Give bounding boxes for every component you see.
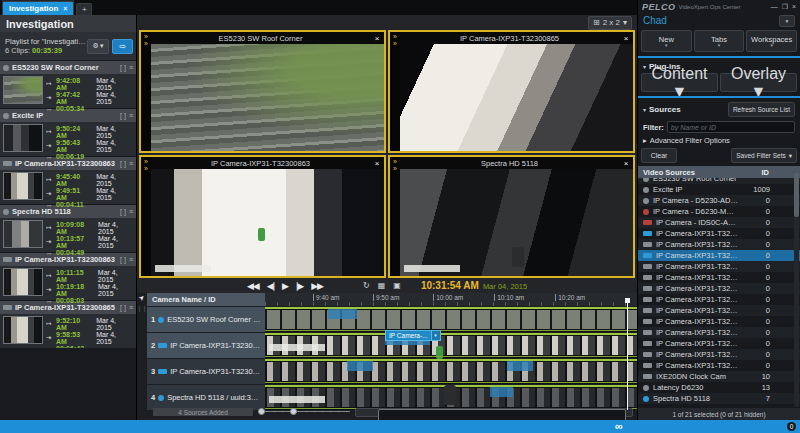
export-playlist-button[interactable]: ⇨ bbox=[112, 39, 133, 54]
source-row[interactable]: IP Camera-IXP31-T32300884 0 bbox=[638, 316, 800, 327]
source-row[interactable]: IP Camera - IDS0C-ABAK498 0 bbox=[638, 217, 800, 228]
clip-expand-icon[interactable]: [ ] bbox=[120, 160, 126, 167]
restore-icon[interactable]: ❐ bbox=[782, 3, 788, 11]
clip-card[interactable]: IP Camera-IXP31-T32300863 [ ] ≡ ↦ 9:45:4… bbox=[0, 157, 136, 204]
slider-handle[interactable] bbox=[258, 408, 265, 415]
track-recording-area[interactable] bbox=[265, 333, 637, 358]
tab-close-icon[interactable]: × bbox=[63, 5, 67, 12]
step-forward-button[interactable]: |▶ bbox=[296, 281, 303, 291]
export-clip-icon[interactable]: ▣ bbox=[393, 281, 401, 290]
close-icon[interactable]: × bbox=[370, 159, 384, 168]
source-row[interactable]: IXE20DN Clock Cam 10 bbox=[638, 371, 800, 382]
clip-menu-icon[interactable]: ≡ bbox=[129, 208, 133, 215]
scrollbar-thumb[interactable] bbox=[794, 172, 799, 217]
source-row[interactable]: IP Camera-IXP31-T32300932 0 bbox=[638, 338, 800, 349]
sources-scrollbar[interactable] bbox=[794, 172, 799, 407]
clip-card[interactable]: ES5230 SW Roof Corner [ ] ≡ ↦ 9:42:08 AM… bbox=[0, 61, 136, 108]
video-frame[interactable] bbox=[400, 169, 633, 276]
plugin-button[interactable]: Overlay ▼ bbox=[720, 73, 797, 92]
close-icon[interactable]: × bbox=[792, 3, 796, 11]
play-button[interactable]: ▶ bbox=[282, 281, 288, 291]
source-row[interactable]: IP Camera-IXP31-T32300877 0 bbox=[638, 283, 800, 294]
timeline-track[interactable]: 3 IP Camera-IXP31-T323008... bbox=[147, 359, 637, 384]
close-icon[interactable]: × bbox=[619, 159, 633, 168]
filter-input[interactable] bbox=[667, 121, 795, 133]
clip-card[interactable]: Spectra HD 5118 [ ] ≡ ↦ 10:09:08 AM Mar … bbox=[0, 205, 136, 252]
source-row[interactable]: IP Camera-IXP31-T32300863 0 bbox=[638, 228, 800, 239]
clip-card[interactable]: IP Camera-IXP31-T32300863 [ ] ≡ ↦ 10:11:… bbox=[0, 253, 136, 300]
source-row[interactable]: IP Camera-IXP31-T32300866 0 bbox=[638, 261, 800, 272]
source-row[interactable]: IP Camera-IXP31-T32300865 0 bbox=[638, 250, 800, 261]
source-row[interactable]: Excite IP 1009 bbox=[638, 184, 800, 195]
source-row[interactable]: IP Camera-IXP31-T32300885 0 bbox=[638, 327, 800, 338]
pointer-tool-icon[interactable]: ➤ bbox=[137, 293, 147, 303]
playlist-settings-button[interactable]: ⚙▾ bbox=[87, 39, 109, 54]
source-row[interactable]: IP Camera-IXP31-T32300878 0 bbox=[638, 294, 800, 305]
clip-menu-icon[interactable]: ≡ bbox=[129, 160, 133, 167]
workspace-tab[interactable]: Investigation × bbox=[2, 1, 74, 15]
step-back-button[interactable]: ◀| bbox=[267, 281, 274, 291]
video-cell[interactable]: » » IP Camera-IXP31-T32300863 × bbox=[139, 155, 386, 278]
fast-forward-button[interactable]: ▶▶ bbox=[311, 281, 323, 291]
clip-menu-icon[interactable]: ≡ bbox=[129, 112, 133, 119]
clip-expand-icon[interactable]: [ ] bbox=[120, 208, 126, 215]
source-row[interactable]: IP Camera-IXP31-T32300934 0 bbox=[638, 360, 800, 371]
source-row[interactable]: IP Camera - D5230-ADLV503 0 bbox=[638, 195, 800, 206]
timeline-scrollbar[interactable] bbox=[355, 408, 633, 417]
minimize-icon[interactable]: — bbox=[771, 3, 778, 11]
time-ruler[interactable]: 9:40 am9:50 am10:00 am10:10 am10:20 am bbox=[265, 293, 637, 306]
rewind-button[interactable]: ◀◀ bbox=[247, 281, 259, 291]
source-row[interactable]: Latency D6230 13 bbox=[638, 382, 800, 393]
clip-menu-icon[interactable]: ≡ bbox=[129, 256, 133, 263]
source-row[interactable]: IP Camera - D6230-MPB1-026 0 bbox=[638, 206, 800, 217]
video-frame[interactable] bbox=[400, 44, 633, 151]
source-row[interactable]: IP Camera-IXP31-T32300869 0 bbox=[638, 272, 800, 283]
clip-menu-icon[interactable]: ≡ bbox=[129, 304, 133, 311]
timeline-track[interactable]: 1 ES5230 SW Roof Corner / u... bbox=[147, 307, 637, 332]
collapse-icon[interactable]: ▾ bbox=[643, 63, 646, 70]
advanced-filter-options[interactable]: ▸ Advanced Filter Options bbox=[638, 135, 800, 147]
playhead[interactable] bbox=[627, 298, 628, 410]
add-tab-button[interactable]: + bbox=[76, 3, 92, 15]
clip-card[interactable]: IP Camera-IXP31-T32300865 [ ] ≡ ↦ 9:52:1… bbox=[0, 301, 136, 348]
toolbar-menu-button[interactable]: Workspaces ▼ bbox=[746, 30, 797, 52]
close-icon[interactable]: × bbox=[370, 34, 384, 43]
track-recording-area[interactable] bbox=[265, 307, 637, 332]
video-cell[interactable]: » » ES5230 SW Roof Corner × bbox=[139, 30, 386, 153]
toolbar-menu-button[interactable]: New ▼ bbox=[641, 30, 692, 52]
notification-badge[interactable]: 0 bbox=[787, 422, 796, 431]
clip-segment[interactable] bbox=[507, 361, 533, 371]
refresh-source-list-button[interactable]: Refresh Source List bbox=[728, 102, 795, 117]
clip-expand-icon[interactable]: [ ] bbox=[120, 256, 126, 263]
calendar-icon[interactable]: ▦ bbox=[378, 281, 386, 290]
clear-filter-button[interactable]: Clear bbox=[641, 148, 677, 163]
clip-expand-icon[interactable]: [ ] bbox=[120, 304, 126, 311]
video-cell[interactable]: » » Spectra HD 5118 × bbox=[388, 155, 635, 278]
clip-segment[interactable] bbox=[347, 361, 373, 371]
source-row[interactable]: IP Camera-IXP31-T32300864 0 bbox=[638, 239, 800, 250]
clip-segment[interactable] bbox=[328, 309, 357, 319]
source-row[interactable]: Spectra HD 5118 7 bbox=[638, 393, 800, 404]
user-menu-button[interactable]: ▼ bbox=[779, 15, 795, 27]
video-cell[interactable]: » » IP Camera-IXP31-T32300865 × bbox=[388, 30, 635, 153]
source-row[interactable]: IP Camera-IXP31-T32300882 0 bbox=[638, 305, 800, 316]
slider-handle[interactable] bbox=[290, 408, 297, 415]
saved-filter-sets-button[interactable]: Saved Filter Sets ▾ bbox=[731, 148, 797, 163]
sync-time-icon[interactable]: ↻ bbox=[363, 281, 370, 290]
sources-list[interactable]: ES5230 SW Roof Corner Excite IP 1009 IP … bbox=[638, 178, 800, 408]
timeline-zoom-slider[interactable] bbox=[258, 408, 350, 416]
clip-card[interactable]: Excite IP [ ] ≡ ↦ 9:50:24 AM Mar 4, 2015… bbox=[0, 109, 136, 156]
track-source-dropdown[interactable]: IP Camera-... ▾ bbox=[385, 330, 441, 341]
source-row[interactable]: IP Camera-IXP31-T32300933 0 bbox=[638, 349, 800, 360]
clip-menu-icon[interactable]: ≡ bbox=[129, 64, 133, 71]
clip-segment[interactable] bbox=[490, 387, 513, 397]
video-frame[interactable] bbox=[151, 44, 384, 151]
track-recording-area[interactable] bbox=[265, 359, 637, 384]
layout-selector[interactable]: ⊞ 2 x 2 ▾ bbox=[588, 16, 632, 30]
clip-expand-icon[interactable]: [ ] bbox=[120, 112, 126, 119]
plugin-button[interactable]: Content ▼ bbox=[641, 73, 718, 92]
collapse-icon[interactable]: ▾ bbox=[643, 106, 646, 113]
clip-expand-icon[interactable]: [ ] bbox=[120, 64, 126, 71]
toolbar-menu-button[interactable]: Tabs ▼ bbox=[694, 30, 745, 52]
video-frame[interactable] bbox=[151, 169, 384, 276]
